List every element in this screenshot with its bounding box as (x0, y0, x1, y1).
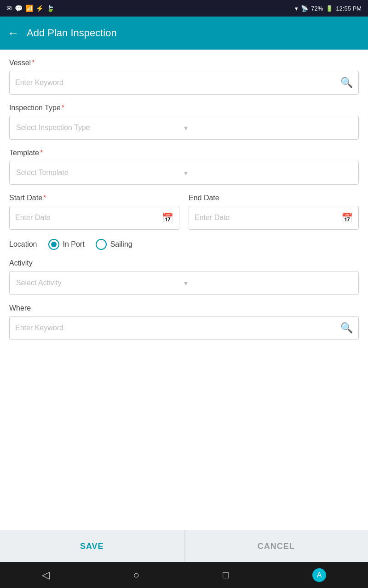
activity-field-group: Activity Select Activity ▾ (9, 259, 359, 295)
vessel-search-icon[interactable]: 🔍 (340, 77, 353, 89)
back-nav-icon[interactable]: ◁ (42, 569, 50, 581)
in-port-radio-option[interactable]: In Port (48, 239, 85, 250)
inspection-type-chevron-icon: ▾ (184, 124, 352, 132)
network-icon: ⚡ (36, 5, 44, 12)
vessel-field-group: Vessel* 🔍 (9, 59, 359, 95)
template-required-star: * (40, 149, 43, 157)
location-label: Location (9, 240, 37, 249)
inspection-type-select[interactable]: Select Inspection Type ▾ (9, 116, 359, 140)
alexa-icon[interactable]: A (312, 568, 326, 582)
activity-label: Activity (9, 259, 359, 267)
template-chevron-icon: ▾ (184, 169, 352, 177)
page-title: Add Plan Inspection (27, 27, 117, 39)
activity-chevron-icon: ▾ (184, 279, 352, 288)
email-icon: ✉ (6, 5, 12, 12)
template-select[interactable]: Select Template ▾ (9, 161, 359, 185)
where-input[interactable] (15, 324, 340, 332)
start-date-input[interactable] (15, 214, 162, 222)
location-row: Location In Port Sailing (9, 239, 359, 250)
home-nav-icon[interactable]: ○ (133, 569, 139, 581)
start-date-calendar-icon[interactable]: 📅 (162, 212, 173, 223)
inspection-type-field-group: Inspection Type* Select Inspection Type … (9, 104, 359, 140)
end-date-input[interactable] (195, 214, 341, 222)
vessel-label: Vessel* (9, 59, 359, 67)
end-date-field: End Date 📅 (189, 194, 359, 230)
status-bar-right: ▾ 📡 72% 🔋 12:55 PM (295, 5, 362, 12)
cancel-button[interactable]: CANCEL (184, 530, 368, 562)
where-search-icon[interactable]: 🔍 (340, 322, 353, 334)
back-button[interactable]: ← (7, 27, 19, 39)
vessel-input-wrap[interactable]: 🔍 (9, 71, 359, 95)
status-bar-left: ✉ 💬 📶 ⚡ 🍃 (6, 5, 54, 12)
form-container: Vessel* 🔍 Inspection Type* Select Inspec… (0, 50, 368, 530)
battery-icon: 🔋 (326, 5, 333, 12)
inspection-type-required-star: * (62, 104, 64, 112)
bottom-bar: SAVE CANCEL (0, 530, 368, 562)
start-date-label: Start Date* (9, 194, 179, 202)
end-date-input-wrap[interactable]: 📅 (189, 206, 359, 230)
start-date-input-wrap[interactable]: 📅 (9, 206, 179, 230)
wifi-icon: ▾ (295, 5, 298, 12)
status-bar: ✉ 💬 📶 ⚡ 🍃 ▾ 📡 72% 🔋 12:55 PM (0, 0, 368, 17)
template-label: Template* (9, 149, 359, 157)
where-label: Where (9, 304, 359, 312)
clock: 12:55 PM (336, 5, 362, 12)
signal-bars-icon: 📡 (301, 5, 308, 12)
vessel-required-star: * (32, 59, 34, 67)
end-date-label: End Date (189, 194, 359, 202)
sailing-radio-circle[interactable] (96, 239, 107, 250)
save-button[interactable]: SAVE (0, 530, 184, 562)
signal-icon: 📶 (25, 5, 33, 12)
sailing-radio-option[interactable]: Sailing (96, 239, 132, 250)
start-date-field: Start Date* 📅 (9, 194, 179, 230)
sailing-radio-label: Sailing (110, 240, 132, 249)
date-row: Start Date* 📅 End Date 📅 (9, 194, 359, 230)
in-port-radio-label: In Port (63, 240, 85, 249)
vessel-input[interactable] (15, 79, 340, 87)
inspection-type-label: Inspection Type* (9, 104, 359, 112)
template-field-group: Template* Select Template ▾ (9, 149, 359, 185)
leaf-icon: 🍃 (46, 5, 54, 12)
template-placeholder: Select Template (16, 169, 184, 177)
activity-placeholder: Select Activity (16, 279, 184, 287)
app-bar: ← Add Plan Inspection (0, 17, 368, 50)
recents-nav-icon[interactable]: □ (223, 569, 229, 581)
inspection-type-placeholder: Select Inspection Type (16, 124, 184, 132)
message-icon: 💬 (15, 5, 23, 12)
end-date-calendar-icon[interactable]: 📅 (341, 212, 353, 223)
android-nav-bar: ◁ ○ □ A (0, 562, 368, 588)
where-field-group: Where 🔍 (9, 304, 359, 340)
battery-level: 72% (311, 5, 323, 12)
where-input-wrap[interactable]: 🔍 (9, 316, 359, 340)
activity-select[interactable]: Select Activity ▾ (9, 271, 359, 295)
start-date-required-star: * (43, 194, 46, 202)
in-port-radio-circle[interactable] (48, 239, 59, 250)
